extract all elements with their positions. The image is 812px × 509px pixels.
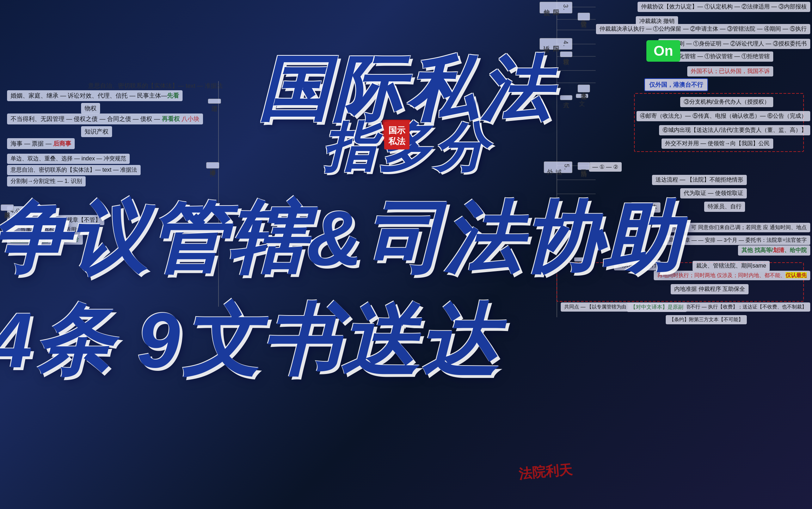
title-bottom: 4条 9文书送达 [0,289,499,394]
title-dispute: 争议管辖&司法协助 [0,187,682,292]
overlay: 国际私法 指多分 争议管辖&司法协助 4条 9文书送达 国示 私法 法院利天 O… [0,0,812,509]
on-badge: On [646,40,680,62]
tag-guoshi: 国示 私法 [384,122,410,149]
watermark: 法院利天 [518,460,573,483]
